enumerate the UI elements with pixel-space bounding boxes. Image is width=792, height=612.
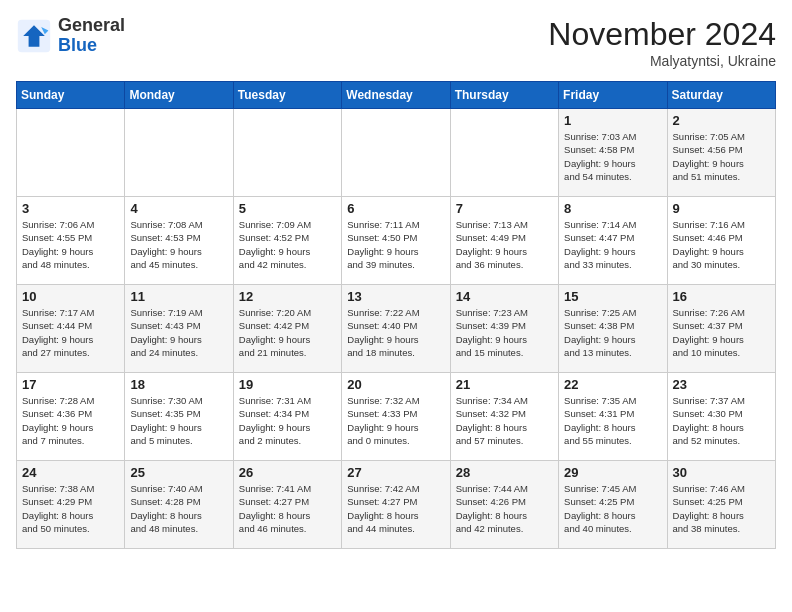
- day-number: 6: [347, 201, 444, 216]
- logo: General Blue: [16, 16, 125, 56]
- day-number: 23: [673, 377, 770, 392]
- calendar-cell: [233, 109, 341, 197]
- calendar-cell: 5Sunrise: 7:09 AM Sunset: 4:52 PM Daylig…: [233, 197, 341, 285]
- day-number: 8: [564, 201, 661, 216]
- day-info: Sunrise: 7:17 AM Sunset: 4:44 PM Dayligh…: [22, 306, 119, 359]
- day-number: 7: [456, 201, 553, 216]
- day-info: Sunrise: 7:31 AM Sunset: 4:34 PM Dayligh…: [239, 394, 336, 447]
- calendar-cell: 3Sunrise: 7:06 AM Sunset: 4:55 PM Daylig…: [17, 197, 125, 285]
- day-number: 19: [239, 377, 336, 392]
- day-number: 14: [456, 289, 553, 304]
- day-info: Sunrise: 7:41 AM Sunset: 4:27 PM Dayligh…: [239, 482, 336, 535]
- day-info: Sunrise: 7:20 AM Sunset: 4:42 PM Dayligh…: [239, 306, 336, 359]
- calendar-cell: 25Sunrise: 7:40 AM Sunset: 4:28 PM Dayli…: [125, 461, 233, 549]
- day-info: Sunrise: 7:28 AM Sunset: 4:36 PM Dayligh…: [22, 394, 119, 447]
- day-number: 22: [564, 377, 661, 392]
- day-info: Sunrise: 7:30 AM Sunset: 4:35 PM Dayligh…: [130, 394, 227, 447]
- day-number: 1: [564, 113, 661, 128]
- calendar-cell: 20Sunrise: 7:32 AM Sunset: 4:33 PM Dayli…: [342, 373, 450, 461]
- calendar-cell: 4Sunrise: 7:08 AM Sunset: 4:53 PM Daylig…: [125, 197, 233, 285]
- day-number: 20: [347, 377, 444, 392]
- day-info: Sunrise: 7:38 AM Sunset: 4:29 PM Dayligh…: [22, 482, 119, 535]
- day-number: 5: [239, 201, 336, 216]
- day-info: Sunrise: 7:14 AM Sunset: 4:47 PM Dayligh…: [564, 218, 661, 271]
- day-number: 30: [673, 465, 770, 480]
- day-info: Sunrise: 7:19 AM Sunset: 4:43 PM Dayligh…: [130, 306, 227, 359]
- day-info: Sunrise: 7:16 AM Sunset: 4:46 PM Dayligh…: [673, 218, 770, 271]
- calendar-cell: 30Sunrise: 7:46 AM Sunset: 4:25 PM Dayli…: [667, 461, 775, 549]
- day-number: 10: [22, 289, 119, 304]
- day-number: 17: [22, 377, 119, 392]
- week-row-4: 17Sunrise: 7:28 AM Sunset: 4:36 PM Dayli…: [17, 373, 776, 461]
- weekday-header-thursday: Thursday: [450, 82, 558, 109]
- week-row-3: 10Sunrise: 7:17 AM Sunset: 4:44 PM Dayli…: [17, 285, 776, 373]
- day-number: 4: [130, 201, 227, 216]
- location: Malyatyntsi, Ukraine: [548, 53, 776, 69]
- day-info: Sunrise: 7:46 AM Sunset: 4:25 PM Dayligh…: [673, 482, 770, 535]
- day-number: 16: [673, 289, 770, 304]
- day-info: Sunrise: 7:44 AM Sunset: 4:26 PM Dayligh…: [456, 482, 553, 535]
- day-info: Sunrise: 7:03 AM Sunset: 4:58 PM Dayligh…: [564, 130, 661, 183]
- calendar-cell: 17Sunrise: 7:28 AM Sunset: 4:36 PM Dayli…: [17, 373, 125, 461]
- calendar-cell: 27Sunrise: 7:42 AM Sunset: 4:27 PM Dayli…: [342, 461, 450, 549]
- calendar-cell: 9Sunrise: 7:16 AM Sunset: 4:46 PM Daylig…: [667, 197, 775, 285]
- calendar-cell: 19Sunrise: 7:31 AM Sunset: 4:34 PM Dayli…: [233, 373, 341, 461]
- weekday-header-monday: Monday: [125, 82, 233, 109]
- day-info: Sunrise: 7:06 AM Sunset: 4:55 PM Dayligh…: [22, 218, 119, 271]
- calendar-cell: 22Sunrise: 7:35 AM Sunset: 4:31 PM Dayli…: [559, 373, 667, 461]
- weekday-header-row: SundayMondayTuesdayWednesdayThursdayFrid…: [17, 82, 776, 109]
- day-number: 2: [673, 113, 770, 128]
- calendar-cell: 18Sunrise: 7:30 AM Sunset: 4:35 PM Dayli…: [125, 373, 233, 461]
- calendar-cell: 15Sunrise: 7:25 AM Sunset: 4:38 PM Dayli…: [559, 285, 667, 373]
- day-info: Sunrise: 7:40 AM Sunset: 4:28 PM Dayligh…: [130, 482, 227, 535]
- day-number: 25: [130, 465, 227, 480]
- day-info: Sunrise: 7:34 AM Sunset: 4:32 PM Dayligh…: [456, 394, 553, 447]
- day-info: Sunrise: 7:11 AM Sunset: 4:50 PM Dayligh…: [347, 218, 444, 271]
- calendar-cell: 16Sunrise: 7:26 AM Sunset: 4:37 PM Dayli…: [667, 285, 775, 373]
- weekday-header-sunday: Sunday: [17, 82, 125, 109]
- week-row-5: 24Sunrise: 7:38 AM Sunset: 4:29 PM Dayli…: [17, 461, 776, 549]
- week-row-2: 3Sunrise: 7:06 AM Sunset: 4:55 PM Daylig…: [17, 197, 776, 285]
- calendar-cell: 28Sunrise: 7:44 AM Sunset: 4:26 PM Dayli…: [450, 461, 558, 549]
- calendar-table: SundayMondayTuesdayWednesdayThursdayFrid…: [16, 81, 776, 549]
- day-number: 9: [673, 201, 770, 216]
- calendar-cell: 14Sunrise: 7:23 AM Sunset: 4:39 PM Dayli…: [450, 285, 558, 373]
- calendar-cell: 7Sunrise: 7:13 AM Sunset: 4:49 PM Daylig…: [450, 197, 558, 285]
- calendar-cell: 11Sunrise: 7:19 AM Sunset: 4:43 PM Dayli…: [125, 285, 233, 373]
- day-info: Sunrise: 7:45 AM Sunset: 4:25 PM Dayligh…: [564, 482, 661, 535]
- day-number: 11: [130, 289, 227, 304]
- day-info: Sunrise: 7:35 AM Sunset: 4:31 PM Dayligh…: [564, 394, 661, 447]
- month-title: November 2024: [548, 16, 776, 53]
- calendar-cell: 2Sunrise: 7:05 AM Sunset: 4:56 PM Daylig…: [667, 109, 775, 197]
- day-info: Sunrise: 7:26 AM Sunset: 4:37 PM Dayligh…: [673, 306, 770, 359]
- calendar-cell: 23Sunrise: 7:37 AM Sunset: 4:30 PM Dayli…: [667, 373, 775, 461]
- day-number: 26: [239, 465, 336, 480]
- day-number: 21: [456, 377, 553, 392]
- title-block: November 2024 Malyatyntsi, Ukraine: [548, 16, 776, 69]
- day-info: Sunrise: 7:22 AM Sunset: 4:40 PM Dayligh…: [347, 306, 444, 359]
- day-number: 28: [456, 465, 553, 480]
- weekday-header-tuesday: Tuesday: [233, 82, 341, 109]
- day-number: 12: [239, 289, 336, 304]
- day-number: 15: [564, 289, 661, 304]
- logo-icon: [16, 18, 52, 54]
- page-header: General Blue November 2024 Malyatyntsi, …: [16, 16, 776, 69]
- calendar-cell: 10Sunrise: 7:17 AM Sunset: 4:44 PM Dayli…: [17, 285, 125, 373]
- day-number: 3: [22, 201, 119, 216]
- day-info: Sunrise: 7:08 AM Sunset: 4:53 PM Dayligh…: [130, 218, 227, 271]
- calendar-cell: 1Sunrise: 7:03 AM Sunset: 4:58 PM Daylig…: [559, 109, 667, 197]
- day-number: 29: [564, 465, 661, 480]
- day-info: Sunrise: 7:09 AM Sunset: 4:52 PM Dayligh…: [239, 218, 336, 271]
- calendar-cell: 6Sunrise: 7:11 AM Sunset: 4:50 PM Daylig…: [342, 197, 450, 285]
- calendar-cell: [450, 109, 558, 197]
- calendar-cell: 29Sunrise: 7:45 AM Sunset: 4:25 PM Dayli…: [559, 461, 667, 549]
- calendar-cell: [125, 109, 233, 197]
- calendar-cell: 13Sunrise: 7:22 AM Sunset: 4:40 PM Dayli…: [342, 285, 450, 373]
- day-number: 27: [347, 465, 444, 480]
- day-number: 13: [347, 289, 444, 304]
- calendar-cell: 26Sunrise: 7:41 AM Sunset: 4:27 PM Dayli…: [233, 461, 341, 549]
- day-info: Sunrise: 7:37 AM Sunset: 4:30 PM Dayligh…: [673, 394, 770, 447]
- calendar-cell: 8Sunrise: 7:14 AM Sunset: 4:47 PM Daylig…: [559, 197, 667, 285]
- calendar-cell: 12Sunrise: 7:20 AM Sunset: 4:42 PM Dayli…: [233, 285, 341, 373]
- day-number: 24: [22, 465, 119, 480]
